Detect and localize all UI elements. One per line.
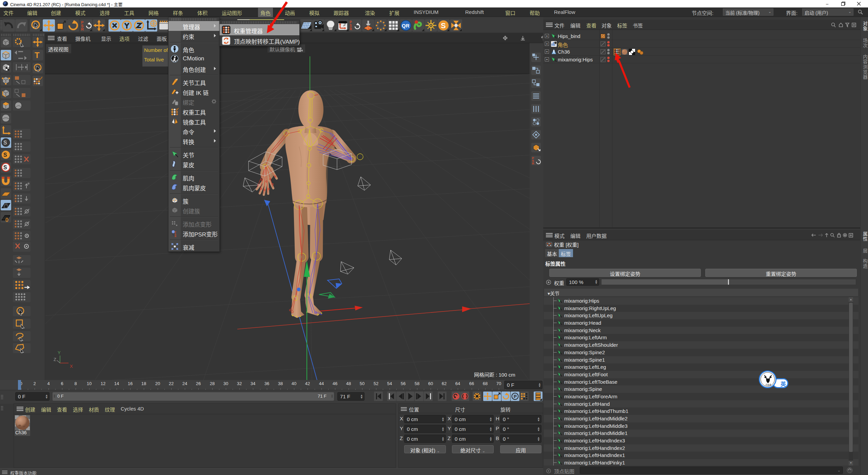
svg-text:S: S: [3, 165, 7, 170]
svg-text:(): (): [5, 217, 8, 222]
svg-text:P: P: [514, 394, 517, 399]
svg-text:S: S: [3, 152, 7, 158]
svg-text:R: R: [81, 27, 84, 31]
svg-text:行走者: 行走者: [766, 383, 771, 386]
svg-text:Z: Z: [54, 357, 56, 362]
svg-text:S: S: [3, 140, 7, 146]
svg-text:T: T: [35, 51, 40, 60]
svg-text:R: R: [350, 27, 352, 31]
svg-text:Y: Y: [58, 350, 61, 355]
svg-text:S: S: [441, 21, 446, 30]
svg-text:R: R: [175, 235, 176, 238]
svg-text:X: X: [70, 364, 73, 369]
svg-text:R: R: [532, 162, 534, 165]
svg-text:QR: QR: [402, 23, 410, 28]
